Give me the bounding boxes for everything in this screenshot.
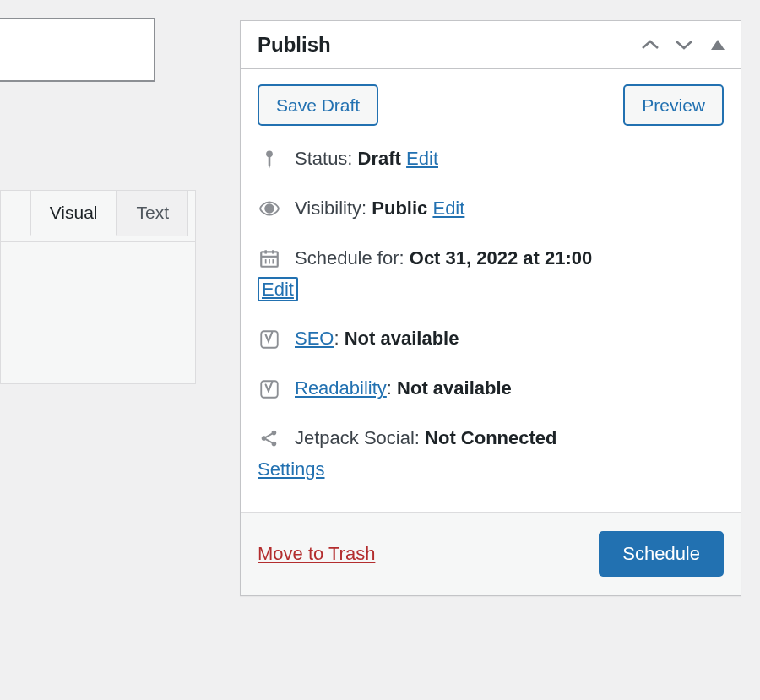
jetpack-value: Not Connected: [425, 427, 556, 448]
seo-link[interactable]: SEO: [295, 328, 334, 349]
seo-value: Not available: [345, 328, 459, 349]
svg-rect-2: [261, 252, 278, 267]
major-actions: Move to Trash Schedule: [241, 512, 741, 595]
jetpack-settings-link[interactable]: Settings: [258, 459, 325, 480]
editor-panel: Visual Text: [0, 190, 196, 384]
schedule-row: Schedule for: Oct 31, 2022 at 21:00: [258, 246, 724, 272]
visibility-edit-link[interactable]: Edit: [432, 198, 464, 219]
preview-button[interactable]: Preview: [623, 84, 724, 126]
readability-sep: :: [387, 377, 397, 399]
svg-line-14: [266, 434, 273, 437]
visibility-label: Visibility:: [295, 198, 366, 219]
pin-icon: [258, 148, 281, 171]
move-up-icon[interactable]: [639, 34, 661, 56]
metabox-header: Publish: [241, 21, 741, 69]
seo-sep: :: [334, 328, 344, 349]
editor-body[interactable]: [1, 241, 195, 242]
jetpack-label: Jetpack Social:: [295, 427, 420, 448]
jetpack-row: Jetpack Social: Not Connected: [258, 426, 724, 452]
svg-line-15: [266, 439, 273, 442]
status-label: Status:: [295, 148, 352, 169]
metabox-title: Publish: [258, 33, 639, 57]
status-value: Draft: [358, 148, 401, 169]
publish-metabox: Publish Save Draft Preview St: [240, 20, 741, 596]
status-edit-link[interactable]: Edit: [406, 148, 438, 169]
eye-icon: [258, 197, 281, 220]
title-input-stub[interactable]: [0, 18, 155, 82]
schedule-button[interactable]: Schedule: [599, 531, 724, 577]
share-icon: [258, 426, 281, 450]
yoast-icon: [258, 377, 281, 401]
move-down-icon[interactable]: [673, 34, 695, 56]
toggle-panel-icon[interactable]: [707, 34, 729, 56]
readability-row: Readability: Not available: [258, 376, 724, 402]
seo-row: SEO: Not available: [258, 326, 724, 352]
calendar-icon: [258, 247, 281, 270]
readability-link[interactable]: Readability: [295, 377, 387, 399]
move-to-trash-link[interactable]: Move to Trash: [258, 543, 375, 565]
save-draft-button[interactable]: Save Draft: [258, 84, 378, 126]
readability-value: Not available: [397, 377, 512, 399]
status-row: Status: Draft Edit: [258, 146, 724, 172]
yoast-icon: [258, 328, 281, 351]
svg-marker-0: [711, 40, 725, 50]
tab-text[interactable]: Text: [117, 190, 188, 236]
visibility-row: Visibility: Public Edit: [258, 196, 724, 222]
schedule-label: Schedule for:: [295, 247, 404, 269]
visibility-value: Public: [372, 198, 427, 219]
schedule-value: Oct 31, 2022 at 21:00: [410, 247, 592, 269]
svg-point-1: [267, 207, 272, 212]
tab-visual[interactable]: Visual: [30, 190, 117, 236]
schedule-edit-link[interactable]: Edit: [258, 277, 298, 301]
